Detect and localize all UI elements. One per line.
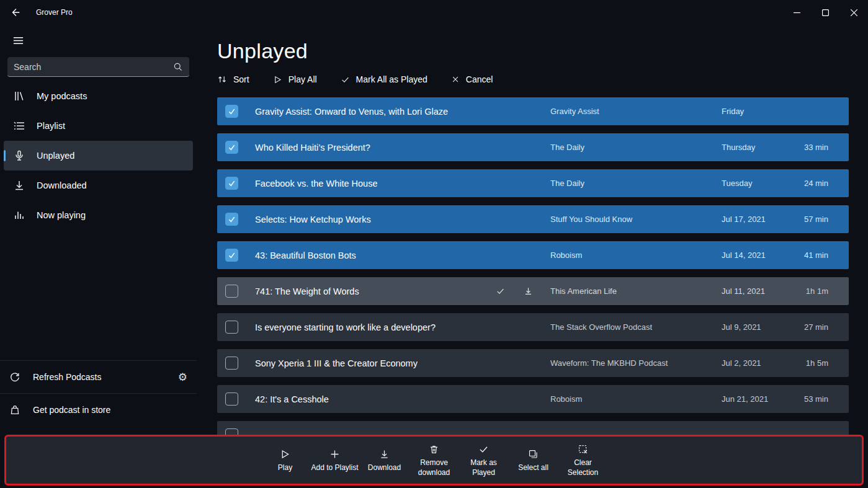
search-icon[interactable] <box>173 62 183 72</box>
episode-date: Tuesday <box>722 179 784 188</box>
episode-list: Gravity Assist: Onward to Venus, with Lo… <box>217 97 849 449</box>
cancel-x-icon <box>451 75 460 84</box>
check-icon <box>341 75 350 84</box>
play-all-button[interactable]: Play All <box>273 74 317 84</box>
trash-icon <box>429 442 439 455</box>
episode-podcast: The Daily <box>550 179 722 188</box>
window-controls <box>782 0 868 25</box>
mark-as-played-button[interactable]: Mark as Played <box>459 442 509 477</box>
maximize-button[interactable] <box>811 0 839 25</box>
episode-row[interactable]: Facebook vs. the White House The Daily T… <box>217 169 849 197</box>
remove-download-label: Remove download <box>409 458 459 477</box>
hamburger-icon <box>12 35 24 47</box>
episode-row[interactable]: Sony Xperia 1 III & the Creator Economy … <box>217 349 849 377</box>
episode-checkbox[interactable] <box>225 285 238 298</box>
episode-duration: 24 min <box>784 179 828 188</box>
get-podcast-in-store-button[interactable]: Get podcast in store <box>0 393 197 426</box>
episode-checkbox[interactable] <box>225 393 238 406</box>
play-icon <box>280 447 290 459</box>
get-podcast-in-store-label: Get podcast in store <box>33 405 110 415</box>
episode-row[interactable]: Who Killed Haiti’s President? The Daily … <box>217 133 849 161</box>
hamburger-menu-button[interactable] <box>6 30 30 51</box>
minimize-button[interactable] <box>782 0 811 25</box>
episode-date: Jun 21, 2021 <box>722 394 784 404</box>
episode-checkbox[interactable] <box>225 177 238 190</box>
download-label: Download <box>368 463 401 473</box>
search-input[interactable] <box>14 62 173 72</box>
add-to-playlist-button[interactable]: Add to Playlist <box>310 447 360 473</box>
window-title: Grover Pro <box>36 8 73 17</box>
back-button[interactable] <box>5 3 26 22</box>
add-icon <box>329 447 340 459</box>
refresh-podcasts-label: Refresh Podcasts <box>33 372 102 382</box>
download-episode-icon[interactable] <box>524 286 533 296</box>
sidebar-nav: My podcasts Playlist Unplayed Downloaded… <box>0 81 197 230</box>
episode-duration: 1h 5m <box>784 358 828 368</box>
sidebar-item-label: Downloaded <box>37 180 87 190</box>
clear-selection-button[interactable]: Clear Selection <box>558 442 608 477</box>
episode-duration: 57 min <box>784 215 828 224</box>
episode-title: Selects: How Ketchup Works <box>255 215 371 224</box>
episode-date: Jul 2, 2021 <box>722 358 784 368</box>
download-button[interactable]: Download <box>360 447 409 473</box>
episode-row[interactable]: Gravity Assist: Onward to Venus, with Lo… <box>217 97 849 125</box>
sort-label: Sort <box>233 74 249 84</box>
sort-button[interactable]: Sort <box>217 74 249 84</box>
episode-row[interactable]: Is everyone starting to work like a deve… <box>217 313 849 341</box>
sidebar-footer: Refresh Podcasts ⚙ Get podcast in store <box>0 360 197 426</box>
sidebar-item-my-podcasts[interactable]: My podcasts <box>4 81 193 111</box>
sidebar-item-unplayed[interactable]: Unplayed <box>4 141 193 171</box>
play-button[interactable]: Play <box>261 447 310 473</box>
check-icon <box>478 442 489 455</box>
settings-gear-icon[interactable]: ⚙ <box>178 372 187 383</box>
titlebar: Grover Pro <box>0 0 868 25</box>
toolbar: Sort Play All Mark All as Played Cancel <box>217 70 849 89</box>
select-all-icon <box>528 447 539 459</box>
cancel-button[interactable]: Cancel <box>451 74 493 84</box>
episode-checkbox[interactable] <box>225 357 238 370</box>
close-button[interactable] <box>839 0 868 25</box>
episode-checkbox[interactable] <box>225 213 238 226</box>
remove-download-button[interactable]: Remove download <box>409 442 459 477</box>
play-icon <box>273 75 282 84</box>
clear-selection-icon <box>578 442 588 455</box>
episode-row[interactable]: 741: The Weight of Words This American L… <box>217 277 849 305</box>
sidebar-item-now-playing[interactable]: Now playing <box>4 200 193 230</box>
episode-date: Friday <box>722 107 784 116</box>
select-all-button[interactable]: Select all <box>509 447 558 473</box>
episode-date: Jul 9, 2021 <box>722 322 784 332</box>
episode-checkbox[interactable] <box>225 249 238 262</box>
episode-podcast: Roboism <box>550 394 722 404</box>
select-all-label: Select all <box>518 463 548 473</box>
back-arrow-icon <box>10 7 21 18</box>
episode-podcast: The Stack Overflow Podcast <box>550 322 722 332</box>
episode-date: Jul 17, 2021 <box>722 215 784 224</box>
maximize-icon <box>822 9 829 16</box>
sidebar-item-label: Now playing <box>37 210 86 220</box>
mark-all-as-played-button[interactable]: Mark All as Played <box>341 74 427 84</box>
episode-title: Gravity Assist: Onward to Venus, with Lo… <box>255 107 448 117</box>
refresh-podcasts-button[interactable]: Refresh Podcasts ⚙ <box>0 360 197 393</box>
sidebar-item-label: Playlist <box>37 121 65 131</box>
download-icon <box>379 447 390 459</box>
clear-selection-label: Clear Selection <box>558 458 608 477</box>
row-hover-actions <box>496 286 533 296</box>
episode-row[interactable]: Selects: How Ketchup Works Stuff You Sho… <box>217 205 849 233</box>
episode-checkbox[interactable] <box>225 105 238 118</box>
episode-checkbox[interactable] <box>225 321 238 334</box>
main-content: Unplayed Sort Play All Mark All as Playe… <box>197 25 868 488</box>
play-label: Play <box>278 463 292 473</box>
episode-row[interactable]: 43: Beautiful Boston Bots Roboism Jul 14… <box>217 241 849 269</box>
episode-date: Jul 14, 2021 <box>722 251 784 260</box>
search-box[interactable] <box>7 57 189 77</box>
episode-checkbox[interactable] <box>225 141 238 154</box>
episode-duration: 53 min <box>784 394 828 404</box>
episode-title: Sony Xperia 1 III & the Creator Economy <box>255 358 418 368</box>
cancel-label: Cancel <box>466 74 493 84</box>
sidebar-item-playlist[interactable]: Playlist <box>4 111 193 141</box>
episode-title: 42: It's a Cesshole <box>255 394 329 404</box>
episode-row[interactable]: 42: It's a Cesshole Roboism Jun 21, 2021… <box>217 385 849 413</box>
mark-played-icon[interactable] <box>496 286 505 296</box>
sidebar-item-downloaded[interactable]: Downloaded <box>4 171 193 200</box>
episode-duration: 1h 1m <box>784 286 828 296</box>
